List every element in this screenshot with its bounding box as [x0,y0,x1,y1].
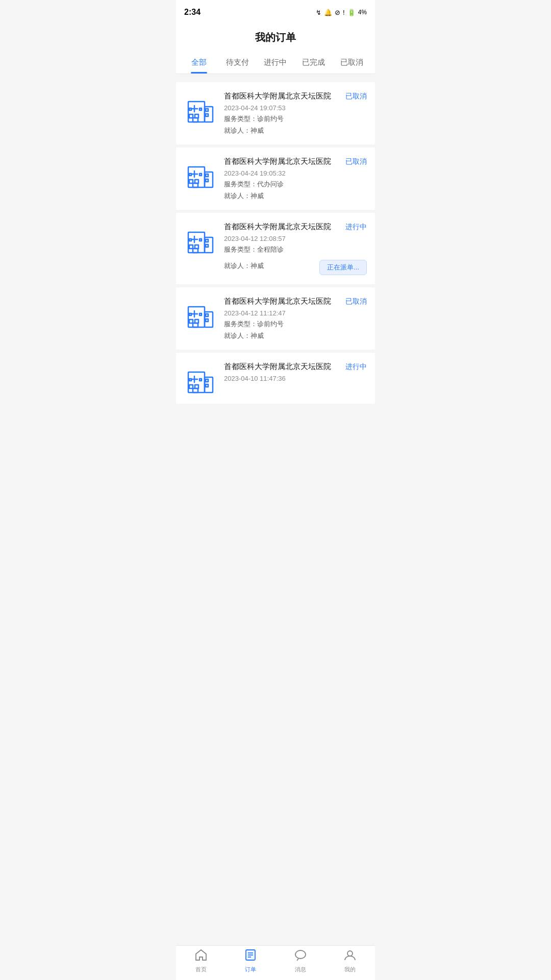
svg-rect-53 [206,384,208,387]
order-header-1: 首都医科大学附属北京天坛医院 已取消 [224,91,367,101]
svg-rect-31 [206,244,208,247]
order-tabs: 全部 待支付 进行中 已完成 已取消 [176,51,375,74]
nav-messages-label: 消息 [295,966,306,973]
order-service-4: 服务类型：诊前约号 [224,320,367,329]
order-card-1[interactable]: 首都医科大学附属北京天坛医院 已取消 2023-04-24 19:07:53 服… [176,82,375,144]
nav-profile[interactable]: 我的 [325,946,375,976]
svg-rect-19 [206,174,208,177]
order-header-5: 首都医科大学附属北京天坛医院 进行中 [224,362,367,372]
status-icons: ↯ 🔔 ⊘ ! 🔋 4% [316,9,367,16]
order-card-5[interactable]: 首都医科大学附属北京天坛医院 进行中 2023-04-10 11:47:36 [176,353,375,404]
messages-icon [294,948,307,964]
hospital-name-4: 首都医科大学附属北京天坛医院 [224,297,341,306]
order-service-3: 服务类型：全程陪诊 [224,245,367,254]
svg-rect-44 [188,372,205,393]
order-header-3: 首都医科大学附属北京天坛医院 进行中 [224,222,367,232]
order-time-4: 2023-04-12 11:12:47 [224,309,367,317]
wifi-icon: ⊘ [335,9,340,16]
svg-rect-7 [199,108,202,110]
battery-level: 4% [358,9,367,16]
page-header: 我的订单 [176,22,375,51]
order-patient-1: 就诊人：神威 [224,126,367,135]
tab-completed[interactable]: 已完成 [294,51,333,74]
order-patient-3: 就诊人：神威 [224,261,264,271]
order-list: 首都医科大学附属北京天坛医院 已取消 2023-04-24 19:07:53 服… [176,74,375,412]
order-status-2: 已取消 [345,157,367,166]
status-time: 2:34 [184,8,201,17]
svg-rect-54 [193,388,198,393]
svg-rect-20 [206,179,208,182]
svg-rect-26 [189,245,193,249]
order-status-3: 进行中 [345,223,367,232]
orders-icon [244,948,257,964]
page-title: 我的订单 [176,31,375,44]
svg-rect-4 [189,114,193,118]
order-status-4: 已取消 [345,297,367,306]
svg-rect-48 [189,385,193,388]
hospital-name-1: 首都医科大学附属北京天坛医院 [224,91,341,101]
status-bar: 2:34 ↯ 🔔 ⊘ ! 🔋 4% [176,0,375,22]
nav-home[interactable]: 首页 [176,946,226,976]
svg-rect-15 [189,180,193,183]
order-header-2: 首都医科大学附属北京天坛医院 已取消 [224,157,367,166]
order-info-4: 首都医科大学附属北京天坛医院 已取消 2023-04-12 11:12:47 服… [224,297,367,340]
order-status-1: 已取消 [345,92,367,101]
svg-rect-8 [206,109,208,111]
order-time-1: 2023-04-24 19:07:53 [224,104,367,112]
nav-home-label: 首页 [195,966,207,973]
order-status-5: 进行中 [345,362,367,372]
order-card-4[interactable]: 首都医科大学附属北京天坛医院 已取消 2023-04-12 11:12:47 服… [176,287,375,350]
order-patient-2: 就诊人：神威 [224,191,367,201]
home-icon [194,948,208,964]
hospital-icon-4 [184,297,217,329]
svg-rect-28 [189,239,191,241]
order-card-3[interactable]: 首都医科大学附属北京天坛医院 进行中 2023-04-12 12:08:57 服… [176,213,375,284]
bell-icon: 🔔 [324,9,332,16]
svg-rect-22 [188,232,205,253]
svg-rect-0 [188,102,205,122]
nav-orders[interactable]: 订单 [226,946,276,976]
tab-all[interactable]: 全部 [180,51,218,74]
tab-pending[interactable]: 待支付 [218,51,257,74]
tab-ongoing[interactable]: 进行中 [257,51,295,74]
svg-rect-29 [199,239,202,241]
svg-rect-9 [206,114,208,116]
svg-rect-52 [206,379,208,382]
order-service-1: 服务类型：诊前约号 [224,114,367,124]
order-service-2: 服务类型：代办问诊 [224,180,367,189]
svg-rect-11 [188,167,205,187]
svg-rect-33 [188,307,205,327]
nav-messages[interactable]: 消息 [276,946,325,976]
order-time-5: 2023-04-10 11:47:36 [224,375,367,382]
svg-rect-51 [199,379,202,381]
order-card-2[interactable]: 首都医科大学附属北京天坛医院 已取消 2023-04-24 19:05:32 服… [176,148,375,210]
bottom-nav: 首页 订单 消息 我的 [176,945,375,980]
order-time-3: 2023-04-12 12:08:57 [224,235,367,242]
hospital-icon-3 [184,222,217,255]
order-info-1: 首都医科大学附属北京天坛医院 已取消 2023-04-24 19:07:53 服… [224,91,367,135]
order-info-5: 首都医科大学附属北京天坛医院 进行中 2023-04-10 11:47:36 [224,362,367,385]
dispatch-button-3[interactable]: 正在派单... [319,260,367,275]
svg-rect-18 [199,174,202,176]
hospital-name-5: 首都医科大学附属北京天坛医院 [224,362,341,372]
svg-rect-43 [193,323,198,327]
svg-rect-41 [206,314,208,316]
signal-icon: ! [343,9,345,16]
svg-rect-17 [189,174,191,176]
svg-rect-50 [189,379,191,381]
nav-orders-label: 订单 [245,966,256,973]
svg-point-59 [295,950,306,959]
svg-rect-40 [199,313,202,315]
nav-profile-label: 我的 [344,966,356,973]
tab-cancelled[interactable]: 已取消 [333,51,371,74]
profile-icon [343,948,357,964]
svg-point-61 [347,951,353,956]
hospital-icon-5 [184,362,217,395]
hospital-name-2: 首都医科大学附属北京天坛医院 [224,157,341,166]
hospital-name-3: 首都医科大学附属北京天坛医院 [224,222,341,232]
order-info-3: 首都医科大学附属北京天坛医院 进行中 2023-04-12 12:08:57 服… [224,222,367,275]
order-patient-4: 就诊人：神威 [224,331,367,340]
svg-line-60 [297,959,298,961]
order-time-2: 2023-04-24 19:05:32 [224,169,367,177]
svg-rect-6 [189,108,191,110]
